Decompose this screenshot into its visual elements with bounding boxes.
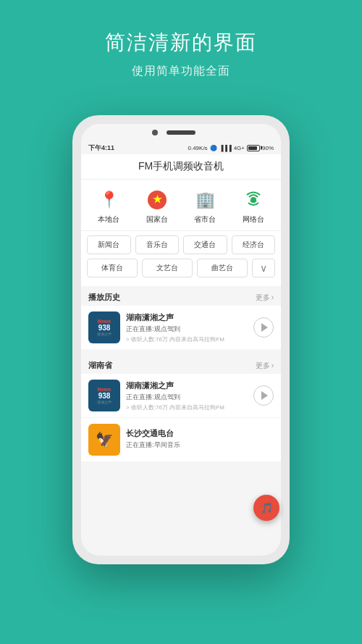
station-info-3: 长沙交通电台 正在直播:早间音乐 (126, 428, 274, 451)
play-button-2[interactable] (253, 385, 274, 406)
hero-section: 简洁清新的界面 使用简单功能全面 (105, 29, 257, 79)
hunan-station-item-2[interactable]: 🦅 长沙交通电台 正在直播:早间音乐 (81, 418, 281, 462)
status-speed: 0.49K/s (188, 145, 207, 151)
play-icon-2 (261, 391, 268, 400)
history-station-item[interactable]: News 938 潇湘之声 湖南潇湘之声 正在直播:观点驾到 > 收听人数:76… (81, 306, 281, 350)
tags-row-1: 新闻台 音乐台 交通台 经济台 (87, 235, 275, 254)
local-icon: 📍 (97, 188, 120, 212)
status-right: 0.49K/s 🔵 ▐▐▐ 4G+ 90% (188, 145, 274, 151)
speaker-notch (167, 130, 195, 135)
category-local[interactable]: 📍 本地台 (97, 188, 120, 225)
phone-mockup: 下午4:11 0.49K/s 🔵 ▐▐▐ 4G+ 90% FM手机调频收音机 📍… (72, 115, 290, 564)
phone-screen: 下午4:11 0.49K/s 🔵 ▐▐▐ 4G+ 90% FM手机调频收音机 📍… (81, 124, 281, 556)
station-name-3: 长沙交通电台 (126, 428, 274, 439)
station-name-1: 湖南潇湘之声 (126, 312, 248, 323)
tag-opera[interactable]: 曲艺台 (197, 259, 248, 277)
history-more[interactable]: 更多 › (256, 293, 274, 303)
tag-sports[interactable]: 体育台 (87, 259, 138, 277)
category-province[interactable]: 🏢 省市台 (193, 188, 216, 225)
tag-expand[interactable]: ∨ (252, 259, 275, 277)
hunan-station-item-1[interactable]: News 938 潇湘之声 湖南潇湘之声 正在直播:观点驾到 > 收听人数:76… (81, 374, 281, 418)
battery-fill (248, 146, 257, 150)
local-label: 本地台 (98, 214, 119, 225)
hero-subtitle: 使用简单功能全面 (105, 64, 257, 79)
station-live-2: 正在直播:观点驾到 (126, 393, 248, 402)
tag-economy[interactable]: 经济台 (232, 235, 276, 254)
network-type: 4G+ (234, 145, 245, 151)
phone-notch (81, 124, 281, 141)
station-logo-1: News 938 潇湘之声 (88, 311, 120, 343)
history-header: 播放历史 更多 › (81, 286, 281, 306)
national-label: 国家台 (146, 214, 168, 225)
network-label: 网络台 (243, 214, 264, 225)
battery-icon (247, 145, 260, 151)
play-button-1[interactable] (253, 317, 274, 338)
tag-news[interactable]: 新闻台 (87, 235, 131, 254)
hunan-more[interactable]: 更多 › (256, 361, 274, 371)
category-national[interactable]: ★ 国家台 (146, 188, 169, 225)
station-info-2: 湖南潇湘之声 正在直播:观点驾到 > 收听人数:76万 内容来自高马拉狗FM (126, 380, 248, 411)
signal-bars: ▐▐▐ (219, 145, 232, 151)
hunan-title: 湖南省 (88, 360, 112, 371)
hero-title: 简洁清新的界面 (105, 29, 257, 57)
app-header: FM手机调频收音机 (81, 154, 281, 180)
tags-section: 新闻台 音乐台 交通台 经济台 体育台 文艺台 曲艺台 ∨ (81, 230, 281, 286)
camera-notch (152, 130, 158, 135)
station-live-1: 正在直播:观点驾到 (126, 325, 248, 334)
tag-arts[interactable]: 文艺台 (142, 259, 193, 277)
tag-traffic[interactable]: 交通台 (183, 235, 227, 254)
station-meta-1: > 收听人数:76万 内容来自高马拉狗FM (126, 335, 248, 343)
network-icon (242, 188, 265, 212)
category-network[interactable]: 网络台 (242, 188, 265, 225)
chevron-right-icon: › (272, 293, 274, 301)
app-title: FM手机调频收音机 (138, 160, 224, 172)
station-info-1: 湖南潇湘之声 正在直播:观点驾到 > 收听人数:76万 内容来自高马拉狗FM (126, 312, 248, 343)
station-live-3: 正在直播:早间音乐 (126, 440, 274, 450)
status-time: 下午4:11 (88, 143, 114, 153)
float-action-button[interactable]: 🎵 (253, 495, 279, 521)
bluetooth-icon: 🔵 (210, 145, 217, 151)
chevron-right-icon-2: › (272, 361, 274, 369)
status-bar: 下午4:11 0.49K/s 🔵 ▐▐▐ 4G+ 90% (81, 141, 281, 154)
play-icon-1 (261, 323, 268, 332)
history-title: 播放历史 (88, 292, 120, 303)
tags-row-2: 体育台 文艺台 曲艺台 ∨ (87, 259, 275, 277)
category-row: 📍 本地台 ★ 国家台 🏢 省市台 (81, 180, 281, 230)
station-name-2: 湖南潇湘之声 (126, 380, 248, 391)
hunan-header: 湖南省 更多 › (81, 354, 281, 374)
battery-percent: 90% (262, 145, 274, 151)
float-btn-icon: 🎵 (261, 502, 273, 514)
station-logo-bird-icon: 🦅 (96, 431, 114, 448)
province-icon: 🏢 (193, 188, 216, 212)
station-meta-2: > 收听人数:76万 内容来自高马拉狗FM (126, 403, 248, 411)
national-icon: ★ (146, 188, 169, 212)
svg-text:★: ★ (152, 193, 161, 205)
station-logo-3: 🦅 (88, 424, 120, 456)
province-label: 省市台 (194, 214, 216, 225)
tag-music[interactable]: 音乐台 (135, 235, 180, 254)
station-logo-2: News 938 潇湘之声 (88, 380, 120, 411)
